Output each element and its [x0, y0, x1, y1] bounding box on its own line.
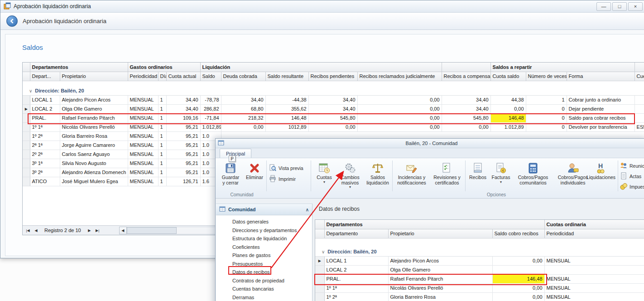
back-button[interactable]: [6, 15, 18, 27]
cell[interactable]: [544, 265, 644, 274]
column-header[interactable]: Cuenta: [634, 72, 644, 81]
sidebar-item-presupuestos[interactable]: Presupuestos: [216, 260, 312, 268]
ribbon-button-save-close[interactable]: Guardar y cerrar: [220, 160, 241, 185]
column-header[interactable]: Departamento: [324, 229, 388, 238]
cell[interactable]: MENSUAL: [128, 122, 158, 131]
column-header[interactable]: Propietario: [388, 229, 492, 238]
cell[interactable]: MENSUAL: [128, 168, 158, 177]
cell[interactable]: 0,00: [357, 95, 442, 104]
cell[interactable]: 1: [158, 104, 166, 113]
scroll-left-button[interactable]: ◀: [119, 227, 127, 234]
cell[interactable]: 95,21: [166, 141, 200, 150]
sidebar-header[interactable]: Comunidad ∧: [216, 204, 312, 215]
group-row[interactable]: ∨Dirección: Bailén, 20: [23, 86, 644, 95]
cell[interactable]: 0: [526, 122, 567, 131]
column-header[interactable]: Recibos pendientes: [308, 72, 357, 81]
ribbon-button-actas[interactable]: Actas: [620, 172, 641, 180]
column-header[interactable]: Saldo: [200, 72, 221, 81]
grid-row[interactable]: 1º 1ª Nicolás Olivares Perelló 0,00 MENS…: [315, 283, 644, 292]
cell[interactable]: LOCAL 2: [30, 104, 60, 113]
grid-row[interactable]: ▶ LOCAL 1 Alejandro Picon Arcos 0,00 MEN…: [315, 256, 644, 265]
sidebar-item-planes-gastos[interactable]: Planes de gastos: [216, 251, 312, 260]
cell[interactable]: -44,38: [265, 95, 308, 104]
cell[interactable]: MENSUAL: [128, 113, 158, 122]
cell[interactable]: 0,00: [442, 122, 490, 131]
cell[interactable]: 3º 2ª: [30, 168, 60, 177]
cell[interactable]: 0,00: [308, 122, 357, 131]
cell[interactable]: 126,71: [166, 177, 200, 186]
cell[interactable]: Devolver por transferencia: [567, 122, 634, 131]
cell[interactable]: [492, 265, 544, 274]
column-header[interactable]: Periodicidad: [544, 229, 644, 238]
cell[interactable]: 34,40: [442, 95, 490, 104]
cell[interactable]: Cobrar junto a ordinario: [567, 95, 634, 104]
cell[interactable]: 0,00: [357, 104, 442, 113]
tab-principal[interactable]: Principal: [220, 149, 251, 158]
cell[interactable]: 1: [158, 131, 166, 141]
cell[interactable]: Olga Olle Gamero: [388, 265, 492, 274]
cell[interactable]: 1.012,89: [490, 122, 526, 131]
cell[interactable]: MENSUAL: [128, 95, 158, 104]
cell[interactable]: Nicolás Olivares Perelló: [388, 283, 492, 292]
ribbon-button-impuestos[interactable]: Impuestos: [620, 183, 644, 191]
ribbon-button-delete[interactable]: Eliminar: [244, 160, 265, 180]
cell[interactable]: 1: [158, 168, 166, 177]
cell[interactable]: Alejandro Picon Arcos: [60, 95, 128, 104]
cell[interactable]: 0,00: [492, 256, 544, 265]
cell[interactable]: 0,00: [492, 283, 544, 292]
sidebar-item-contratos-propiedad[interactable]: Contratos de propiedad: [216, 277, 312, 285]
cell[interactable]: 0,00: [357, 113, 442, 122]
group-row[interactable]: ∨Dirección: Bailén, 20: [315, 247, 644, 256]
nav-last-button[interactable]: ▶|: [94, 227, 101, 234]
maximize-button[interactable]: □: [612, 2, 627, 11]
cell[interactable]: 1: [158, 159, 166, 168]
column-header[interactable]: Recibos reclamados judicialmente: [357, 72, 442, 81]
collapse-icon[interactable]: ∧: [306, 207, 309, 212]
cell[interactable]: 3º 1ª: [30, 159, 60, 168]
grid-row[interactable]: 1º 1ª Nicolás Olivares Perelló MENSUAL 1…: [23, 122, 644, 131]
column-header[interactable]: Depart...: [30, 72, 60, 81]
cell[interactable]: 1º 2ª: [30, 131, 60, 141]
sidebar-item-derramas[interactable]: Derramas: [216, 293, 312, 301]
column-header[interactable]: Número de veces: [526, 72, 567, 81]
cell[interactable]: 109,16: [166, 113, 200, 122]
cell[interactable]: 1: [158, 177, 166, 186]
cell[interactable]: MENSUAL: [128, 131, 158, 141]
cell[interactable]: Dejar pendiente: [567, 104, 634, 113]
cell[interactable]: 0,00: [490, 104, 526, 113]
close-button[interactable]: ×: [628, 2, 643, 11]
cell[interactable]: Alejandro Picon Arcos: [388, 256, 492, 265]
cell[interactable]: PRAL.: [30, 113, 60, 122]
column-header[interactable]: Forma: [567, 72, 634, 81]
cell[interactable]: 545,80: [442, 113, 490, 122]
cell[interactable]: 95,21: [166, 150, 200, 159]
cell[interactable]: 95,21: [166, 168, 200, 177]
cell[interactable]: Gloria Barreiro Rosa: [388, 292, 492, 301]
ribbon-button-vista-previa[interactable]: Vista previa: [269, 164, 303, 172]
ribbon-button-liquidaciones[interactable]: H Liquidaciones: [587, 160, 615, 180]
cell[interactable]: 1: [158, 113, 166, 122]
main-window-titlebar[interactable]: Aprobación liquidación ordinaria — □ ×: [0, 0, 644, 13]
ribbon-button-facturas[interactable]: € Facturas ▾: [490, 160, 512, 184]
grid-row-highlighted[interactable]: PRAL. Rafael Ferrando Pitarch 146,48 MEN…: [315, 274, 644, 283]
nav-next-button[interactable]: ▶: [86, 227, 93, 234]
ribbon-button-cuotas[interactable]: Cuotas ▾: [312, 160, 336, 184]
cell[interactable]: 2º 2ª: [30, 150, 60, 159]
ribbon-button-cobros-individuales[interactable]: Cobros/Pagos individuales: [554, 160, 592, 185]
column-header[interactable]: Saldo resultante: [265, 72, 308, 81]
column-header[interactable]: Día: [158, 72, 166, 81]
sidebar-item-datos-generales[interactable]: Datos generales: [216, 218, 312, 226]
cell[interactable]: PRAL.: [324, 274, 388, 283]
cell[interactable]: 1: [158, 150, 166, 159]
column-header[interactable]: Recibos a compensar: [442, 72, 490, 81]
cell[interactable]: ES5: [634, 122, 644, 131]
nav-first-button[interactable]: |◀: [24, 227, 32, 234]
sidebar-item-cuentas-bancarias[interactable]: Cuentas bancarias: [216, 285, 312, 293]
column-header[interactable]: Periodicidad: [128, 72, 158, 81]
cell[interactable]: 34,40: [308, 95, 357, 104]
cell[interactable]: MENSUAL: [128, 104, 158, 113]
popup-titlebar[interactable]: Bailén, 20 - Comunidad: [216, 139, 644, 148]
dropdown-icon[interactable]: ▾: [349, 185, 351, 189]
cell[interactable]: 0: [526, 113, 567, 122]
cell[interactable]: [634, 95, 644, 104]
